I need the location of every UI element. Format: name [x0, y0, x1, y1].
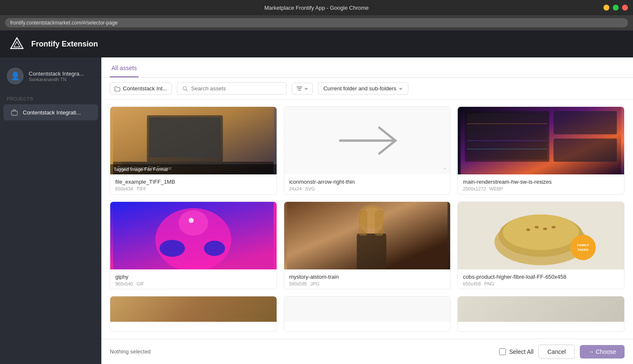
- svg-rect-7: [149, 117, 221, 158]
- asset-info: file_example_TIFF_1MB 650x434 TIFF: [110, 174, 277, 195]
- asset-card[interactable]: giphy 960x540 GIF: [110, 201, 277, 290]
- asset-grid: Tagged Image File Format file_example_TI…: [101, 100, 633, 339]
- asset-thumbnail: [110, 202, 277, 269]
- asset-format: PNG: [484, 281, 494, 286]
- svg-point-22: [179, 210, 208, 236]
- asset-meta: 650x458 PNG: [463, 281, 619, 286]
- asset-thumbnail: [458, 296, 624, 322]
- asset-card[interactable]: [457, 296, 625, 332]
- briefcase-icon: [10, 108, 19, 117]
- asset-thumbnail: [284, 296, 451, 322]
- svg-rect-9: [113, 162, 274, 174]
- select-all-label[interactable]: Select All: [499, 348, 534, 355]
- asset-dimensions: 650x434: [115, 186, 133, 191]
- folder-icon: [114, 86, 120, 92]
- bottom-bar: Nothing selected Select All Cancel → Cho…: [101, 339, 633, 364]
- tabs-bar: All assets: [101, 57, 633, 78]
- asset-info: [458, 322, 624, 331]
- window-controls[interactable]: — □ ✕: [603, 5, 628, 11]
- svg-rect-2: [11, 111, 17, 115]
- asset-card[interactable]: [110, 296, 277, 332]
- svg-text:FAVES: FAVES: [578, 248, 589, 252]
- url-bar[interactable]: frontify.contentstackmarket.com/#/select…: [5, 18, 628, 27]
- arrow-thumb-image: [284, 107, 451, 174]
- search-icon: [182, 86, 188, 92]
- svg-rect-15: [554, 139, 617, 162]
- asset-format: SVG: [305, 186, 315, 191]
- svg-point-23: [189, 218, 194, 223]
- asset-thumbnail: [110, 296, 277, 322]
- asset-info: iconmonstr-arrow-right-thin 24x24 SVG: [284, 174, 451, 195]
- svg-text:FAMILY: FAMILY: [577, 243, 590, 247]
- projects-label: Projects: [0, 93, 101, 104]
- asset-card[interactable]: → iconmonstr-arrow-right-thin 24x24 SVG: [284, 106, 451, 195]
- asset-name: main-renderstream-hw-sw-is-resizes: [463, 179, 619, 185]
- asset-thumbnail: [458, 107, 624, 174]
- select-all-checkbox[interactable]: [499, 348, 506, 355]
- asset-card[interactable]: main-renderstream-hw-sw-is-resizes 2500x…: [457, 106, 625, 195]
- search-input[interactable]: [191, 85, 281, 92]
- asset-format: WEBP: [489, 186, 503, 191]
- sidebar-user: 👤 Contentstack Integra... Sankaranandh T…: [0, 64, 101, 93]
- selection-status: Nothing selected: [110, 348, 151, 355]
- svg-point-24: [160, 240, 185, 257]
- bottom-actions: Select All Cancel → Choose: [499, 345, 625, 359]
- breadcrumb-label: Contentstack Int...: [123, 85, 167, 92]
- titlebar-title: Marketplace Frontify App - Google Chrome: [264, 5, 369, 11]
- asset-thumbnail: [284, 202, 451, 269]
- user-sub: Sankaranandh TN: [29, 77, 84, 82]
- choose-button[interactable]: → Choose: [580, 345, 625, 359]
- asset-card[interactable]: FAMILY FAVES cobs-product-higher-fibre-l…: [457, 201, 625, 290]
- svg-point-39: [551, 226, 556, 228]
- svg-rect-30: [359, 210, 367, 236]
- asset-format: TIFF: [136, 186, 146, 191]
- asset-meta: 2500x1272 WEBP: [463, 186, 619, 191]
- asset-name: iconmonstr-arrow-right-thin: [289, 179, 446, 185]
- cancel-button[interactable]: Cancel: [538, 345, 575, 359]
- minimize-button[interactable]: —: [603, 5, 609, 11]
- main-layout: 👤 Contentstack Integra... Sankaranandh T…: [0, 57, 633, 364]
- laptop-thumb-image: Tagged Image File Format: [110, 107, 277, 174]
- asset-format: GIF: [136, 281, 144, 286]
- user-name: Contentstack Integra...: [29, 71, 84, 77]
- svg-rect-28: [356, 234, 386, 269]
- asset-info: main-renderstream-hw-sw-is-resizes 2500x…: [458, 174, 624, 195]
- sidebar: 👤 Contentstack Integra... Sankaranandh T…: [0, 57, 101, 364]
- asset-card[interactable]: mystory-alstom-train 580x595 JPG: [284, 201, 451, 290]
- asset-name: file_example_TIFF_1MB: [115, 179, 272, 185]
- frontify-logo-icon: [9, 36, 24, 52]
- svg-point-36: [526, 228, 530, 231]
- asset-meta: 24x24 SVG: [289, 186, 446, 191]
- titlebar: Marketplace Frontify App - Google Chrome…: [0, 0, 633, 15]
- app-container: Frontify Extension 👤 Contentstack Integr…: [0, 30, 633, 364]
- breadcrumb-button[interactable]: Contentstack Int...: [110, 82, 172, 95]
- asset-dimensions: 2500x1272: [463, 186, 486, 191]
- asset-dimensions: 580x595: [289, 281, 307, 286]
- asset-format: JPG: [310, 281, 319, 286]
- select-all-text: Select All: [509, 348, 534, 355]
- folder-filter-label: Current folder and sub-folders: [323, 85, 397, 92]
- svg-rect-14: [554, 111, 617, 134]
- maximize-button[interactable]: □: [613, 5, 619, 11]
- asset-meta: 960x540 GIF: [115, 281, 272, 286]
- train-thumb-image: [284, 202, 451, 269]
- user-info: Contentstack Integra... Sankaranandh TN: [29, 71, 84, 82]
- svg-text:Tagged Image File Format: Tagged Image File Format: [117, 166, 171, 171]
- asset-meta: 650x434 TIFF: [115, 186, 272, 191]
- tab-all-assets[interactable]: All assets: [110, 60, 139, 77]
- svg-point-40: [571, 235, 596, 260]
- content-area: All assets Contentstack Int...: [101, 57, 633, 364]
- asset-name: cobs-product-higher-fibre-loaf-FF-650x45…: [463, 274, 619, 280]
- folder-filter-button[interactable]: Current folder and sub-folders: [318, 82, 409, 95]
- asset-card[interactable]: [284, 296, 451, 332]
- asset-card[interactable]: Tagged Image File Format file_example_TI…: [110, 106, 277, 195]
- search-box[interactable]: [177, 82, 287, 95]
- chevron-down-icon: [304, 87, 308, 91]
- close-button[interactable]: ✕: [622, 5, 628, 11]
- svg-point-35: [503, 215, 579, 250]
- filter-button[interactable]: [292, 83, 313, 95]
- sidebar-item-contentstack[interactable]: Contentstack Integrati...: [3, 104, 98, 120]
- filter-icon: [296, 86, 302, 92]
- asset-meta: 580x595 JPG: [289, 281, 446, 286]
- app-logo: [8, 35, 25, 52]
